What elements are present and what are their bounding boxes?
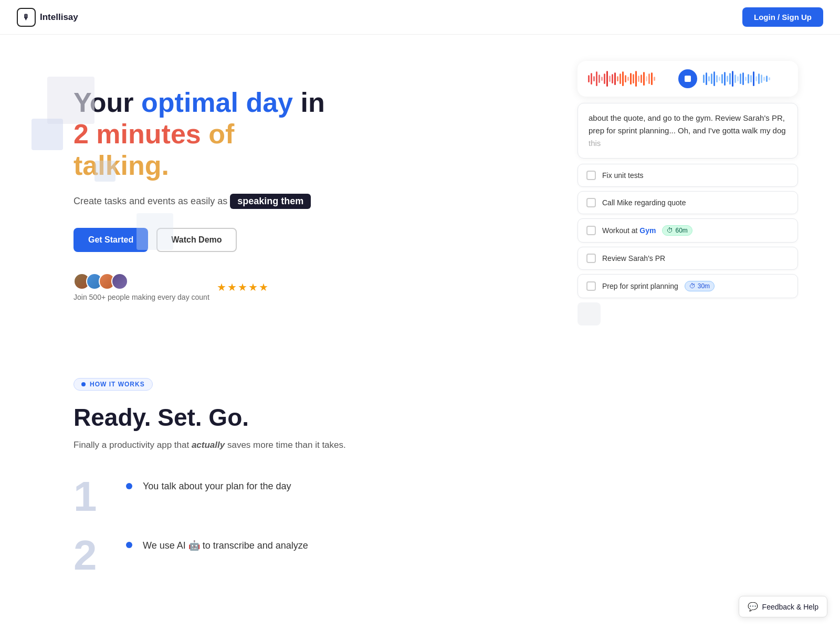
step-number-2: 2 xyxy=(74,534,116,576)
section-subtitle: Finally a productivity app that actually… xyxy=(74,440,766,450)
social-text: Join 500+ people making every day count xyxy=(74,293,209,301)
task-item-review-pr: Review Sarah's PR xyxy=(578,247,798,270)
badge-text: HOW IT WORKS xyxy=(90,381,145,388)
task-checkbox[interactable] xyxy=(586,198,596,207)
title-red: 2 minutes xyxy=(74,119,201,149)
task-checkbox[interactable] xyxy=(586,254,596,263)
task-checkbox[interactable] xyxy=(586,281,596,291)
task-checkbox[interactable] xyxy=(586,226,596,235)
feedback-icon: 💬 xyxy=(748,602,758,612)
waveform-left xyxy=(588,71,673,87)
star-rating: ★★★★★ xyxy=(217,281,269,293)
subtitle-after: saves more time than it takes. xyxy=(225,440,346,450)
deco-rect-2 xyxy=(32,119,63,150)
clock-icon: ⏱ xyxy=(689,282,696,290)
stop-button[interactable] xyxy=(678,69,697,88)
waveform-right xyxy=(703,71,788,87)
task-checkbox[interactable] xyxy=(586,171,596,180)
navbar: 🎙 Intellisay Login / Sign Up xyxy=(0,0,840,35)
feedback-label: Feedback & Help xyxy=(762,603,818,611)
logo: 🎙 Intellisay xyxy=(17,8,78,27)
task-label: Prep for sprint planning xyxy=(602,282,678,290)
stop-icon xyxy=(685,76,691,82)
login-signup-button[interactable]: Login / Sign Up xyxy=(742,7,823,27)
step-1: 1 You talk about your plan for the day xyxy=(74,476,766,518)
task-label: Workout at Gym xyxy=(602,226,656,235)
step-text-1: You talk about your plan for the day xyxy=(143,476,291,492)
how-it-works-section: HOW IT WORKS Ready. Set. Go. Finally a p… xyxy=(0,346,840,618)
hero-title: Your optimal day in 2 minutes of talking… xyxy=(74,87,336,181)
title-before: Your xyxy=(74,87,141,118)
cta-buttons: Get Started Watch Demo xyxy=(74,228,336,252)
hero-left-panel: Your optimal day in 2 minutes of talking… xyxy=(74,66,336,301)
step-number-1: 1 xyxy=(74,476,116,518)
section-badge: HOW IT WORKS xyxy=(74,378,153,391)
subtitle-before: Finally a productivity app that xyxy=(74,440,192,450)
hero-subtitle: Create tasks and events as easily as spe… xyxy=(74,194,336,209)
avatar-group xyxy=(74,273,209,290)
get-started-button[interactable]: Get Started xyxy=(74,228,148,252)
watch-demo-button[interactable]: Watch Demo xyxy=(156,228,236,252)
subtitle-before: Create tasks and events as easily as xyxy=(74,196,230,206)
transcript-typing: this xyxy=(589,139,601,148)
step-text-2: We use AI 🤖 to transcribe and analyze xyxy=(143,534,308,551)
waveform xyxy=(588,69,788,88)
hero-section: Your optimal day in 2 minutes of talking… xyxy=(0,35,840,346)
clock-icon: ⏱ xyxy=(667,227,673,234)
step-dot-2 xyxy=(126,542,132,548)
duration-tag-30m: ⏱ 30m xyxy=(685,281,715,291)
section-title: Ready. Set. Go. xyxy=(74,403,766,432)
subtitle-italic: actually xyxy=(192,440,225,450)
logo-icon: 🎙 xyxy=(17,8,36,27)
task-label: Call Mike regarding quote xyxy=(602,198,686,207)
feedback-help-button[interactable]: 💬 Feedback & Help xyxy=(739,596,827,617)
title-blue: optimal day xyxy=(141,87,293,118)
social-proof: Join 500+ people making every day count … xyxy=(74,273,336,301)
transcript-box: about the quote, and go to the gym. Revi… xyxy=(578,103,798,159)
task-label: Fix unit tests xyxy=(602,171,644,180)
step-2: 2 We use AI 🤖 to transcribe and analyze xyxy=(74,534,766,576)
avatar xyxy=(111,273,128,290)
title-in: in xyxy=(293,87,325,118)
demo-panel: about the quote, and go to the gym. Revi… xyxy=(578,61,798,326)
step-dot-1 xyxy=(126,483,132,489)
subtitle-pill: speaking them xyxy=(230,194,311,209)
steps-list: 1 You talk about your plan for the day 2… xyxy=(74,476,766,576)
duration-tag-60m: ⏱ 60m xyxy=(662,225,692,236)
task-item-workout: Workout at Gym ⏱ 60m xyxy=(578,218,798,243)
task-item-fix-unit-tests: Fix unit tests xyxy=(578,164,798,187)
waveform-bar xyxy=(578,61,798,97)
mini-panel xyxy=(578,302,601,326)
transcript-text: about the quote, and go to the gym. Revi… xyxy=(589,113,786,135)
task-item-sprint-planning: Prep for sprint planning ⏱ 30m xyxy=(578,274,798,298)
task-item-call-mike: Call Mike regarding quote xyxy=(578,191,798,214)
logo-text: Intellisay xyxy=(40,12,78,23)
task-label: Review Sarah's PR xyxy=(602,254,665,262)
badge-dot xyxy=(81,382,86,386)
